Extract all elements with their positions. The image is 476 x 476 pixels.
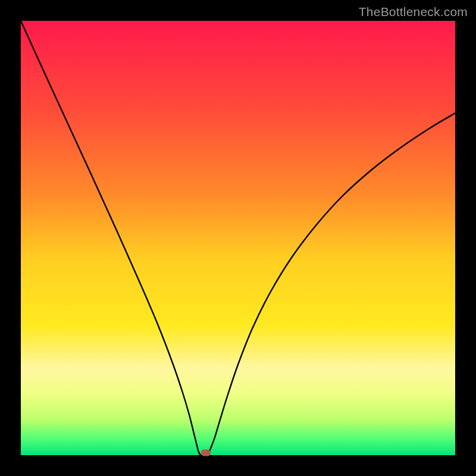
plot-area [21,21,455,455]
curve-svg [21,21,455,455]
chart-frame: TheBottleneck.com [0,0,476,476]
watermark-text: TheBottleneck.com [359,5,468,19]
curve-line [21,21,455,455]
optimal-marker [201,450,211,456]
